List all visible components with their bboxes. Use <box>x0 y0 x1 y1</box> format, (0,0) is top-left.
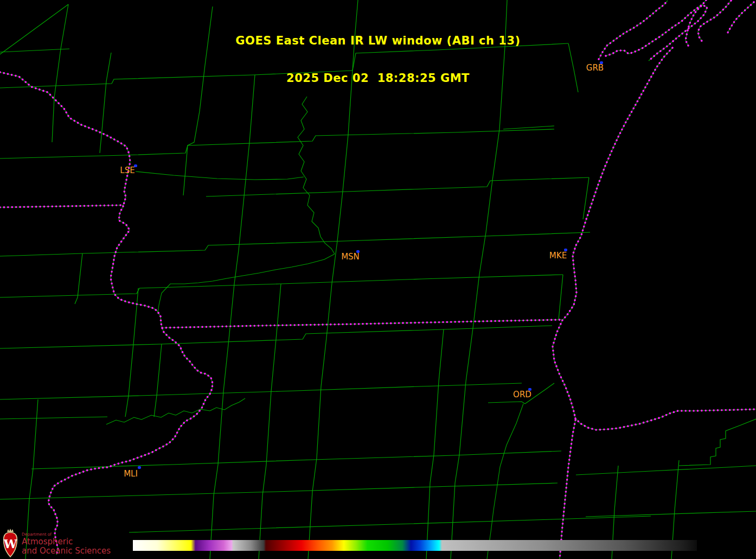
uw-aos-logo: W Department of Atmospheric and Oceanic … <box>2 529 111 559</box>
station-label: MSN <box>341 252 360 262</box>
county-boundary-line <box>154 344 162 417</box>
county-boundary-line <box>0 232 590 256</box>
crest-letter: W <box>3 537 17 551</box>
river-line <box>136 171 304 180</box>
state-border-underlay <box>48 206 213 555</box>
county-boundary-line <box>125 288 138 417</box>
state-border-dotted <box>48 206 213 555</box>
county-boundary-line <box>210 75 255 559</box>
county-boundary-line <box>129 516 651 532</box>
station-label: ORD <box>513 390 531 399</box>
station-label: GRB <box>586 63 604 73</box>
uw-crest-icon: W <box>2 529 18 559</box>
state-border-underlay <box>575 409 756 430</box>
station-label: MLI <box>124 469 138 479</box>
logo-department-label: Department of <box>22 532 111 537</box>
county-boundary-line <box>75 253 82 304</box>
temperature-colorbar <box>133 540 697 551</box>
county-boundary-line <box>0 275 563 297</box>
county-boundary-line <box>426 329 444 559</box>
logo-line-2: and Oceanic Sciences <box>22 547 111 556</box>
county-boundary-line <box>586 511 756 517</box>
county-boundary-line <box>0 483 558 499</box>
county-boundary-line <box>206 177 589 196</box>
river-line <box>298 97 335 254</box>
title-line-1: GOES East Clean IR LW window (ABI ch 13) <box>0 35 756 47</box>
county-boundary-line <box>488 402 525 404</box>
county-boundary-line <box>576 466 756 475</box>
county-boundary-line <box>503 126 554 129</box>
county-boundary-line <box>679 419 756 466</box>
county-boundary-line <box>559 275 563 320</box>
station-dot <box>138 466 141 469</box>
river-line <box>106 398 245 424</box>
logo-line-1: Atmospheric <box>22 537 111 547</box>
county-boundary-line <box>0 383 522 399</box>
county-boundary-line <box>0 129 554 158</box>
logo-text: Department of Atmospheric and Oceanic Sc… <box>22 529 111 559</box>
satellite-image-display: GOES East Clean IR LW window (ABI ch 13)… <box>0 0 756 559</box>
river-line <box>487 404 523 559</box>
state-border-dotted <box>560 420 575 559</box>
station-label: MKE <box>549 251 567 261</box>
station-label: LSE <box>120 166 134 175</box>
state-border-dotted <box>575 409 756 430</box>
title-line-2: 2025 Dec 02 18:28:25 GMT <box>0 72 756 85</box>
state-border-underlay <box>560 420 575 559</box>
image-title: GOES East Clean IR LW window (ABI ch 13)… <box>0 10 756 110</box>
river-line <box>158 254 335 313</box>
county-boundary-line <box>0 417 107 419</box>
